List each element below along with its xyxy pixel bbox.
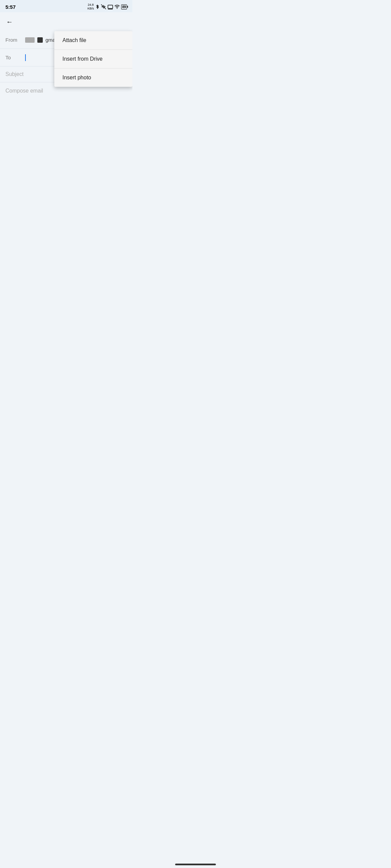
battery-level: 89 [122,5,126,9]
network-speed: 24.8KB/s [88,3,94,11]
bluetooth-icon [95,4,99,9]
avatar-gray [25,37,35,43]
compose-placeholder: Compose email [5,88,43,94]
status-icons: 24.8KB/s 89 [88,3,127,11]
status-bar: 5:57 24.8KB/s 89 [0,0,132,12]
compose-header: ← [0,12,132,31]
wifi-icon [114,4,120,9]
subject-placeholder: Subject [5,71,23,77]
cursor-indicator [25,54,26,61]
compose-screen: ← From gmai To Subject Compose email [0,12,132,286]
from-label: From [5,37,22,43]
screen-record-icon [108,4,113,9]
insert-from-drive-menu-item[interactable]: Insert from Drive [54,50,132,68]
svg-rect-1 [108,5,113,8]
from-field: gmai [25,37,57,43]
compose-body[interactable]: Compose email [0,82,132,184]
avatar-dark [37,37,43,43]
attachment-dropdown-menu: Attach file Insert from Drive Insert pho… [54,31,132,87]
mute-icon [101,4,106,9]
back-button[interactable]: ← [3,15,16,28]
attach-file-menu-item[interactable]: Attach file [54,31,132,50]
status-time: 5:57 [5,4,16,10]
insert-photo-menu-item[interactable]: Insert photo [54,68,132,87]
to-label: To [5,55,22,60]
battery-icon: 89 [121,4,127,9]
back-arrow-icon: ← [6,18,13,26]
svg-point-3 [117,8,117,9]
